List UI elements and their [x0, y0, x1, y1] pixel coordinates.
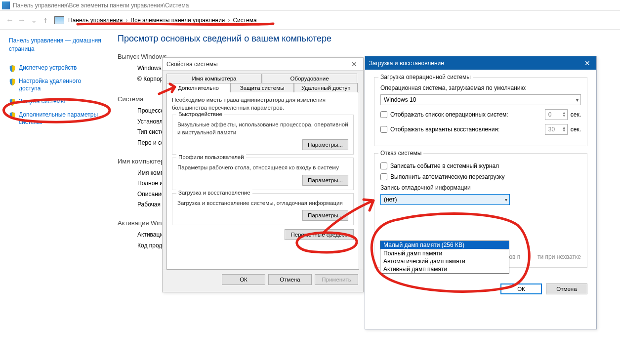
- sidebar-link-label: Защита системы: [19, 98, 65, 106]
- sidebar-link-device-manager[interactable]: Диспетчер устройств: [9, 64, 102, 73]
- numspin-value: 30: [548, 126, 555, 133]
- chevron-down-icon: ▾: [505, 197, 507, 202]
- tab-strip: Имя компьютера Оборудование Дополнительн…: [166, 71, 359, 92]
- sec-label: сек.: [571, 111, 581, 118]
- ok-button[interactable]: ОК: [222, 274, 265, 285]
- os-list-seconds-input: 0 ▲▼: [545, 109, 568, 120]
- breadcrumb-sep: ›: [225, 17, 233, 24]
- cancel-button[interactable]: Отмена: [268, 274, 312, 285]
- group-startup-recovery: Загрузка и восстановление Загрузка и вос…: [172, 193, 354, 226]
- dialog-titlebar[interactable]: Загрузка и восстановление ✕: [365, 56, 596, 70]
- startup-recovery-dialog: Загрузка и восстановление ✕ Загрузка опе…: [365, 56, 597, 329]
- sidebar-link-label: Дополнительные параметры системы: [19, 111, 102, 126]
- checkbox-label: Отображать варианты восстановления:: [390, 126, 545, 133]
- group-os-startup: Загрузка операционной системы Операционн…: [374, 77, 587, 146]
- dropdown-option[interactable]: Малый дамп памяти (256 КВ): [380, 241, 509, 249]
- group-header: Загрузка и восстановление: [176, 190, 252, 196]
- group-header: Быстродействие: [176, 111, 224, 117]
- spinner-icon: ▲▼: [562, 126, 566, 132]
- page-title: Просмотр основных сведений о вашем компь…: [118, 34, 620, 44]
- dump-type-combo[interactable]: (нет) ▾: [380, 194, 510, 205]
- checkbox-auto-restart[interactable]: [380, 173, 387, 180]
- breadcrumb-part-2[interactable]: Система: [233, 17, 256, 24]
- checkbox-label: Отображать список операционных систем:: [390, 111, 545, 118]
- group-performance: Быстродействие Визуальные эффекты, испол…: [172, 115, 354, 155]
- monitor-icon: [54, 16, 64, 24]
- group-desc: Визуальные эффекты, использование процес…: [177, 121, 348, 136]
- startup-recovery-settings-button[interactable]: Параметры...: [302, 210, 348, 221]
- shield-icon: [9, 78, 16, 86]
- sidebar: Панель управления — домашняя страница Ди…: [0, 30, 108, 364]
- system-properties-dialog: Свойства системы ✕ Имя компьютера Оборуд…: [162, 57, 364, 292]
- group-desc: Загрузка и восстановление системы, отлад…: [177, 200, 348, 207]
- sidebar-home-link[interactable]: Панель управления — домашняя страница: [9, 37, 102, 53]
- ok-button[interactable]: ОК: [500, 283, 542, 294]
- sidebar-link-protection[interactable]: Защита системы: [9, 98, 102, 106]
- combo-value: (нет): [384, 196, 397, 203]
- control-panel-icon: [2, 1, 10, 9]
- checkbox-recovery-options[interactable]: [380, 126, 387, 133]
- tab-remote[interactable]: Удаленный доступ: [294, 83, 358, 92]
- sidebar-link-label: Настройка удаленного доступа: [19, 78, 102, 93]
- performance-settings-button[interactable]: Параметры...: [302, 139, 348, 150]
- sidebar-link-advanced[interactable]: Дополнительные параметры системы: [9, 111, 102, 126]
- group-header: Загрузка операционной системы: [378, 74, 473, 81]
- dump-type-dropdown[interactable]: Малый дамп памяти (256 КВ) Полный дамп п…: [380, 241, 509, 274]
- dialog-title: Загрузка и восстановление: [369, 56, 444, 70]
- tab-advanced[interactable]: Дополнительно: [166, 83, 230, 92]
- shield-icon: [9, 112, 16, 120]
- profiles-settings-button[interactable]: Параметры...: [302, 175, 348, 186]
- spinner-icon: ▲▼: [562, 112, 566, 118]
- chevron-down-icon: ▾: [576, 97, 579, 103]
- checkbox-label: Выполнить автоматическую перезагрузку: [390, 173, 505, 180]
- tab-hardware[interactable]: Оборудование: [262, 74, 357, 83]
- tab-computer-name[interactable]: Имя компьютера: [166, 74, 262, 83]
- disabled-label-tail: ти при нехватке: [537, 253, 581, 260]
- address-bar[interactable]: Панель управления › Все элементы панели …: [54, 16, 257, 24]
- dialog-title: Свойства системы: [166, 58, 218, 71]
- tab-body: Необходимо иметь права администратора дл…: [166, 92, 359, 270]
- breadcrumb-sep: ›: [123, 17, 130, 24]
- dropdown-option[interactable]: Автоматический дамп памяти: [380, 257, 509, 265]
- window-title: Панель управления\Все элементы панели уп…: [13, 2, 189, 9]
- shield-icon: [9, 98, 16, 106]
- os-default-label: Операционная система, загружаемая по умо…: [380, 84, 581, 91]
- nav-recent[interactable]: ⌄: [28, 14, 40, 26]
- close-icon[interactable]: ✕: [349, 58, 359, 71]
- group-profiles: Профили пользователей Параметры рабочего…: [172, 158, 354, 190]
- nav-row: ← → ⌄ ↑ Панель управления › Все элементы…: [0, 11, 620, 30]
- nav-forward: →: [16, 14, 28, 26]
- nav-up[interactable]: ↑: [40, 14, 51, 26]
- recovery-seconds-input: 30 ▲▼: [545, 124, 568, 135]
- close-icon[interactable]: ✕: [582, 56, 592, 70]
- dialog-titlebar[interactable]: Свойства системы ✕: [163, 58, 363, 71]
- tab-protection[interactable]: Защита системы: [230, 83, 294, 92]
- group-desc: Параметры рабочего стола, относящиеся ко…: [177, 164, 348, 172]
- checkbox-label: Записать событие в системный журнал: [390, 162, 499, 169]
- window-titlebar: Панель управления\Все элементы панели уп…: [0, 0, 620, 11]
- group-header: Отказ системы: [378, 150, 423, 157]
- environment-variables-button[interactable]: Переменные среды...: [285, 229, 354, 240]
- breadcrumb-part-0[interactable]: Панель управления: [68, 17, 123, 24]
- checkbox-os-list[interactable]: [380, 111, 387, 118]
- admin-note: Необходимо иметь права администратора дл…: [172, 96, 354, 112]
- combo-value: Windows 10: [384, 96, 416, 103]
- nav-back[interactable]: ←: [4, 14, 16, 26]
- group-header: Профили пользователей: [176, 154, 246, 160]
- dump-info-label: Запись отладочной информации: [380, 184, 581, 191]
- sidebar-link-label: Диспетчер устройств: [19, 64, 77, 72]
- sec-label: сек.: [571, 126, 581, 133]
- os-default-combo[interactable]: Windows 10 ▾: [380, 94, 581, 105]
- cancel-button[interactable]: Отмена: [546, 283, 587, 294]
- sidebar-link-remote[interactable]: Настройка удаленного доступа: [9, 78, 102, 93]
- numspin-value: 0: [548, 111, 552, 118]
- checkbox-write-log[interactable]: [380, 162, 387, 169]
- breadcrumb-part-1[interactable]: Все элементы панели управления: [130, 17, 225, 24]
- shield-icon: [9, 65, 16, 73]
- dropdown-option[interactable]: Полный дамп памяти: [380, 249, 509, 257]
- apply-button: Применить: [315, 274, 358, 285]
- dropdown-option[interactable]: Активный дамп памяти: [380, 265, 509, 273]
